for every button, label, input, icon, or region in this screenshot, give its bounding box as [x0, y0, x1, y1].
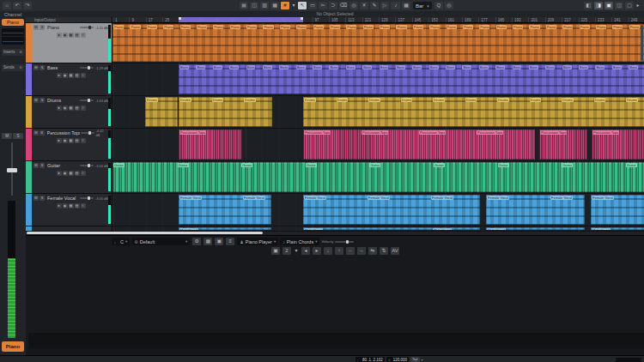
instrument-button[interactable]: ▤ — [75, 73, 80, 78]
cycle-start-handle[interactable] — [179, 17, 181, 20]
left-zone-toggle-icon[interactable]: ◧ — [584, 2, 592, 9]
track-header-piano[interactable]: MSPiano-1.11 dB●◉▦▤≡ — [26, 23, 112, 63]
instrument-button[interactable]: ▤ — [75, 138, 80, 143]
clip-piano[interactable]: PianoPianoPianoPianoPianoPianoPianoPiano… — [112, 24, 644, 62]
snap-icon[interactable]: # — [281, 2, 289, 9]
track-header-percussion-tops[interactable]: MSPercussion Tops-4.42 dB●◉▦▤≡ — [26, 129, 112, 161]
record-enable-button[interactable]: ● — [57, 171, 62, 176]
chord-assistant-toggle-icon[interactable]: ▣ — [271, 247, 280, 255]
position-display[interactable]: ♩ 80. 1. 2.102 — [355, 357, 385, 362]
grid-type-icon[interactable]: ▦ — [402, 2, 410, 9]
clip-female-vocal[interactable]: Female VocalFemale Vocal — [486, 195, 585, 225]
clip-drums[interactable]: DrumsDrumsDrumsDrumsDrumsDrumsDrumsDrums… — [303, 97, 644, 127]
clip-drums[interactable]: DrumsDrumsDrums — [179, 97, 272, 127]
mute-button[interactable]: M — [33, 130, 39, 136]
channel-bottom-tag[interactable]: Piano — [2, 341, 24, 352]
horizontal-scrollbar[interactable] — [27, 232, 263, 234]
edit-channel-button[interactable]: ▦ — [69, 203, 74, 208]
clip-male-vocal[interactable]: Male VocalMale Vocal — [303, 227, 480, 230]
mute-button[interactable]: M — [33, 163, 39, 168]
glue-tool-icon[interactable]: ⊃ — [329, 2, 337, 9]
undo-icon[interactable]: ↶ — [13, 2, 21, 9]
workspaces-icon[interactable]: ◫ — [250, 2, 258, 9]
tempo-display[interactable]: ♬ 120.000 — [386, 357, 409, 362]
tap-tempo-button[interactable]: Tap — [410, 357, 419, 362]
channel-config-button[interactable]: ≡ — [81, 73, 86, 78]
octave-caret[interactable]: ▾ — [294, 247, 299, 255]
zoom-tool-icon[interactable]: ◎ — [349, 2, 358, 9]
track-volume-slider[interactable] — [80, 27, 94, 28]
mute-button[interactable]: M — [33, 196, 39, 201]
inserts-section-button[interactable]: Inserts⊕ — [2, 49, 24, 56]
instrument-button[interactable]: ▤ — [75, 171, 80, 176]
object-selection-tool-icon[interactable]: ↖ — [298, 2, 307, 9]
auto-quantize-icon[interactable]: Q — [434, 2, 443, 9]
solo-button[interactable]: S — [39, 163, 45, 168]
automation-panel-icon[interactable]: ▤ — [240, 2, 248, 9]
window-zones-icon[interactable]: ▥ — [260, 2, 269, 9]
channel-mute-button[interactable]: M — [2, 133, 12, 139]
pads-prev-icon[interactable]: ◂ — [301, 247, 310, 255]
record-enable-button[interactable]: ● — [57, 73, 62, 78]
edit-channel-button[interactable]: ▦ — [69, 33, 74, 38]
monitor-button[interactable]: ◉ — [63, 106, 68, 111]
track-volume-slider[interactable] — [80, 67, 94, 69]
clip-percussion-tops[interactable]: Percussion TopsPercussion TopsPercussion… — [303, 130, 535, 160]
clip-male-vocal[interactable]: Male Vocal — [591, 227, 644, 230]
hub-icon[interactable]: ⌂ — [3, 2, 11, 9]
pad-player-select[interactable]: ♟ Piano Player ▾ — [237, 238, 278, 245]
channel-curve-display[interactable] — [2, 37, 24, 45]
monitor-button[interactable]: ◉ — [63, 171, 68, 176]
cycle-end-handle[interactable] — [301, 17, 303, 20]
instrument-button[interactable]: ▤ — [75, 106, 80, 111]
transpose-down-icon[interactable]: ↓ — [324, 247, 332, 255]
track-volume-slider[interactable] — [80, 165, 94, 166]
window-layout-setup-icon[interactable]: ▢ — [625, 2, 634, 9]
clip-guitar[interactable]: GuitarGuitarGuitarGuitarGuitarGuitarGuit… — [112, 162, 644, 192]
pad-lock-icon[interactable]: ≡ — [226, 238, 234, 245]
monitor-button[interactable]: ◉ — [63, 33, 68, 38]
snap-type-caret[interactable]: ▾ — [291, 2, 296, 9]
edit-channel-button[interactable]: ▦ — [69, 73, 74, 78]
track-header-female-vocal[interactable]: MSFemale Vocal-3.05 dB●◉▦▤≡ — [26, 194, 112, 226]
track-header-drums[interactable]: MSDrums-1.63 dB●◉▦▤≡ — [26, 96, 112, 129]
mute-button[interactable]: M — [33, 25, 39, 30]
channel-eq-display[interactable] — [2, 28, 24, 36]
channel-config-button[interactable]: ≡ — [81, 171, 86, 176]
clip-percussion-tops[interactable]: Percussion Tops — [539, 130, 587, 160]
clip-female-vocal[interactable]: Female VocalFemale Vocal — [179, 195, 271, 225]
instrument-button[interactable]: ▤ — [75, 203, 80, 208]
clip-percussion-tops[interactable]: Percussion Tops — [592, 130, 644, 160]
shift-left-icon[interactable]: ← — [346, 247, 355, 255]
quantize-icon[interactable]: ♪ — [392, 2, 400, 9]
sends-section-button[interactable]: Sends⊕ — [2, 64, 24, 71]
track-volume-slider[interactable] — [80, 100, 94, 101]
adaptive-voicing-icon[interactable]: AV — [391, 247, 399, 255]
solo-button[interactable]: S — [39, 98, 45, 103]
monitor-button[interactable]: ◉ — [63, 138, 68, 143]
mute-button[interactable]: M — [33, 65, 39, 70]
markers-icon[interactable]: ▦ — [270, 2, 279, 9]
pad-root-key-select[interactable]: ♩ C ▾ — [112, 238, 130, 245]
monitor-button[interactable]: ◉ — [63, 203, 68, 208]
audition-tool-icon[interactable]: ▷ — [380, 2, 389, 9]
channel-track-name[interactable]: Piano — [2, 19, 24, 26]
record-enable-button[interactable]: ● — [57, 138, 62, 143]
pad-preset-select[interactable]: ⚙ Default ▾ — [131, 238, 190, 245]
velocity-slider[interactable] — [335, 241, 354, 243]
solo-button[interactable]: S — [39, 65, 45, 70]
solo-button[interactable]: S — [39, 25, 45, 30]
grid-type-select[interactable]: Bar ▾ — [413, 2, 432, 9]
pad-voicing-select[interactable]: ♪ Plain Chords ▾ — [280, 238, 319, 245]
record-enable-button[interactable]: ● — [57, 33, 62, 38]
swap-icon[interactable]: ⇆ — [368, 247, 377, 255]
track-header-bass[interactable]: MSBass-1.29 dB●◉▦▤≡ — [26, 63, 112, 96]
channel-solo-button[interactable]: S — [13, 133, 23, 139]
velocity-control[interactable]: Velocity — [321, 239, 354, 244]
clip-bass[interactable]: BassBassBassBassBassBassBassBassBassBass… — [179, 64, 644, 94]
clip-female-vocal[interactable]: Female VocalFemale VocalFemale Vocal — [303, 195, 480, 225]
shift-right-icon[interactable]: → — [357, 247, 366, 255]
pad-remote-settings-icon[interactable]: ⚙ — [192, 238, 201, 245]
split-tool-icon[interactable]: ✂ — [319, 2, 327, 9]
monitor-button[interactable]: ◉ — [63, 73, 68, 78]
